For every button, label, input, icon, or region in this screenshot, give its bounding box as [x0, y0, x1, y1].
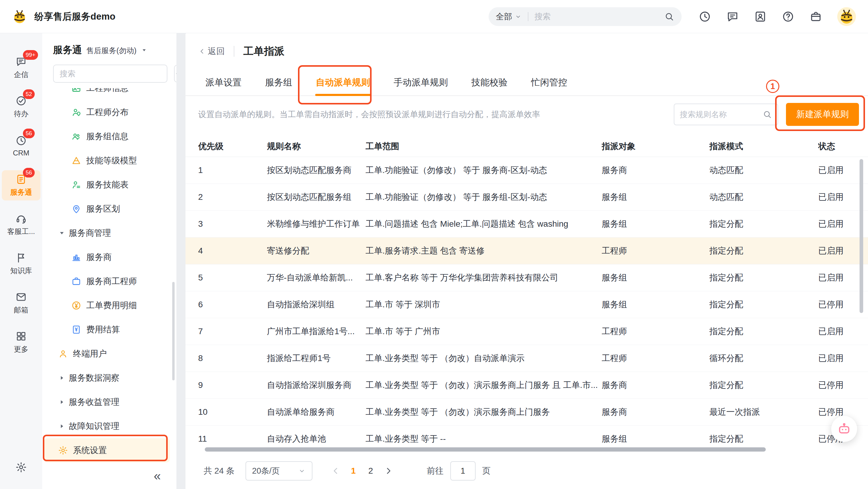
rail-item-kefu[interactable]: 客服工...: [2, 209, 40, 240]
sidebar-item-4[interactable]: 服务技能表: [42, 173, 177, 197]
rail-item-more[interactable]: 更多: [2, 327, 40, 357]
table-row-4[interactable]: 4寄送修分配工单.服务请求.主题 包含 寄送修工程师指定分配已启用: [185, 237, 868, 264]
sidebar-item-10[interactable]: 费用结算: [42, 318, 177, 342]
rail-item-label: 邮箱: [14, 305, 28, 315]
cell-status: 已启用: [818, 191, 861, 203]
settings-gear-icon[interactable]: [15, 461, 27, 473]
vertical-scrollbar[interactable]: [860, 159, 863, 313]
message-icon[interactable]: [726, 10, 739, 23]
create-rule-button[interactable]: 新建派单规则: [786, 103, 859, 126]
rail-item-mailbox[interactable]: 邮箱: [2, 288, 40, 318]
caret-right-icon: [58, 374, 66, 382]
sidebar-scrollbar[interactable]: [172, 282, 175, 380]
help-icon[interactable]: [782, 10, 795, 23]
page-size-select[interactable]: 20条/页: [246, 461, 312, 481]
sidebar-header[interactable]: 服务通 售后服务(勿动): [42, 33, 177, 57]
tab-0[interactable]: 派单设置: [206, 69, 242, 95]
rail-item-crm[interactable]: CRM56: [2, 131, 40, 161]
sidebar-item-11[interactable]: 终端用户: [42, 342, 177, 366]
goto-page-input[interactable]: [450, 461, 476, 481]
cell-name: 米勒维修与维护工作订单: [267, 218, 366, 230]
bag-icon[interactable]: [809, 10, 822, 23]
person-card-icon: [71, 88, 82, 93]
cell-name: 寄送修分配: [267, 245, 366, 257]
table-row-5[interactable]: 5万华-自动派单给新凯...工单.客户名称 等于 万华化学集团营养科技有限公司服…: [185, 264, 868, 291]
contacts-icon[interactable]: [754, 10, 767, 23]
user-avatar-bee[interactable]: [837, 7, 856, 26]
page-2-button[interactable]: 2: [368, 466, 373, 476]
table-row-1[interactable]: 1按区划动态匹配服务商工单.功能验证（勿修改） 等于 服务商-区划-动态服务商动…: [185, 157, 868, 184]
sidebar-item-label: 服务商管理: [69, 227, 111, 239]
rail-item-zhishiku[interactable]: 知识库: [2, 249, 40, 279]
sidebar-item-label: 服务收益管理: [69, 396, 119, 408]
horizontal-scrollbar[interactable]: [205, 447, 766, 452]
page-numbers: 12: [351, 466, 373, 476]
sidebar-item-3[interactable]: 技能等级模型: [42, 148, 177, 173]
goto-label: 前往: [427, 465, 444, 477]
cell-status: 已启用: [818, 272, 861, 283]
table-row-6[interactable]: 6自动指派给深圳组工单.市 等于 深圳市服务组指定分配已停用: [185, 291, 868, 318]
back-button[interactable]: 返回: [198, 46, 225, 57]
sidebar-item-1[interactable]: 工程师分布: [42, 100, 177, 124]
add-button[interactable]: [174, 65, 177, 82]
sidebar-item-5[interactable]: 服务区划: [42, 197, 177, 221]
rail-item-todo[interactable]: 待办52: [2, 92, 40, 122]
table-header-row: 优先级规则名称工单范围指派对象指派模式状态: [185, 136, 868, 157]
column-header-0: 优先级: [198, 141, 267, 152]
caret-right-icon: [58, 398, 66, 406]
cell-priority: 3: [198, 219, 267, 229]
cell-status: 已启用: [818, 352, 861, 364]
rail-item-fuwutong[interactable]: 服务通56: [2, 170, 40, 200]
sidebar-item-8[interactable]: 服务商工程师: [42, 269, 177, 293]
table-row-8[interactable]: 8指派给工程师1号工单.业务类型 等于 （勿改）自动派单演示工程师循环分配已启用: [185, 345, 868, 372]
rail-item-qixin[interactable]: 企信99+: [2, 53, 40, 83]
cell-priority: 4: [198, 246, 267, 256]
collapse-sidebar-icon[interactable]: «: [154, 470, 161, 482]
table-row-7[interactable]: 7广州市工单指派给1号...工单.市 等于 广州市工程师指定分配已启用: [185, 318, 868, 345]
cell-mode: 指定分配: [709, 379, 818, 391]
tab-1[interactable]: 服务组: [265, 69, 292, 95]
tab-5[interactable]: 忙闲管控: [531, 69, 567, 95]
history-icon[interactable]: [699, 10, 711, 23]
global-search[interactable]: 全部 搜索: [489, 7, 682, 26]
search-scope-select[interactable]: 全部: [496, 11, 522, 22]
cell-target: 服务组: [602, 191, 709, 203]
sidebar-search-row: [42, 57, 177, 88]
sidebar-item-7[interactable]: 服务商: [42, 245, 177, 269]
search-icon[interactable]: [763, 110, 772, 119]
assistant-bot-button[interactable]: [831, 416, 857, 442]
sidebar-item-15[interactable]: 系统设置: [44, 438, 170, 462]
rule-search-input[interactable]: [680, 110, 763, 119]
cell-name: 按区划动态匹配服务组: [267, 191, 366, 203]
rules-table: 优先级规则名称工单范围指派对象指派模式状态 1按区划动态匹配服务商工单.功能验证…: [185, 136, 868, 450]
search-icon[interactable]: [664, 11, 674, 22]
next-page-button[interactable]: [383, 466, 394, 476]
sidebar-item-14[interactable]: 故障知识管理: [42, 414, 177, 438]
breadcrumb-divider: [234, 46, 234, 57]
table-row-3[interactable]: 3米勒维修与维护工作订单工单.问题描述 包含 Miele;工单.问题描述 包含 …: [185, 211, 868, 237]
cell-priority: 7: [198, 326, 267, 336]
table-row-9[interactable]: 9自动指派给深圳服务商工单.业务类型 等于 （勿改）演示服务商上门服务 且 工单…: [185, 372, 868, 399]
chevron-left-icon: [198, 48, 206, 55]
cell-status: 已停用: [818, 406, 861, 418]
tab-2[interactable]: 自动派单规则: [316, 69, 370, 95]
table-row-2[interactable]: 2按区划动态匹配服务组工单.功能验证（勿修改） 等于 服务组-区划-动态服务组动…: [185, 184, 868, 211]
prev-page-button[interactable]: [331, 466, 341, 476]
sidebar-item-label: 工程师信息: [86, 88, 128, 94]
tab-3[interactable]: 手动派单规则: [394, 69, 448, 95]
tab-4[interactable]: 技能校验: [471, 69, 507, 95]
sidebar-item-2[interactable]: 服务组信息: [42, 124, 177, 148]
sidebar-item-13[interactable]: 服务收益管理: [42, 390, 177, 414]
rail-item-label: 客服工...: [7, 227, 35, 236]
table-row-10[interactable]: 10自动派单给服务商工单.业务类型 等于 （勿改）演示服务商上门服务服务商最近一…: [185, 399, 868, 426]
table-row-11[interactable]: 11自动存入抢单池工单.业务类型 等于 --服务组指定分配已停用: [185, 426, 868, 450]
sidebar-search-input[interactable]: [53, 65, 167, 83]
sidebar-item-9[interactable]: 工单费用明细: [42, 293, 177, 318]
sidebar-item-0[interactable]: 工程师信息: [42, 88, 177, 100]
app-switcher-caret-icon[interactable]: [141, 47, 148, 53]
app-body: 企信99+待办52CRM56服务通56客服工...知识库邮箱更多 服务通 售后服…: [0, 33, 868, 489]
sidebar-item-6[interactable]: 服务商管理: [42, 221, 177, 245]
chart-icon: [71, 252, 82, 262]
sidebar-item-12[interactable]: 服务数据洞察: [42, 366, 177, 390]
page-1-button[interactable]: 1: [351, 466, 356, 476]
